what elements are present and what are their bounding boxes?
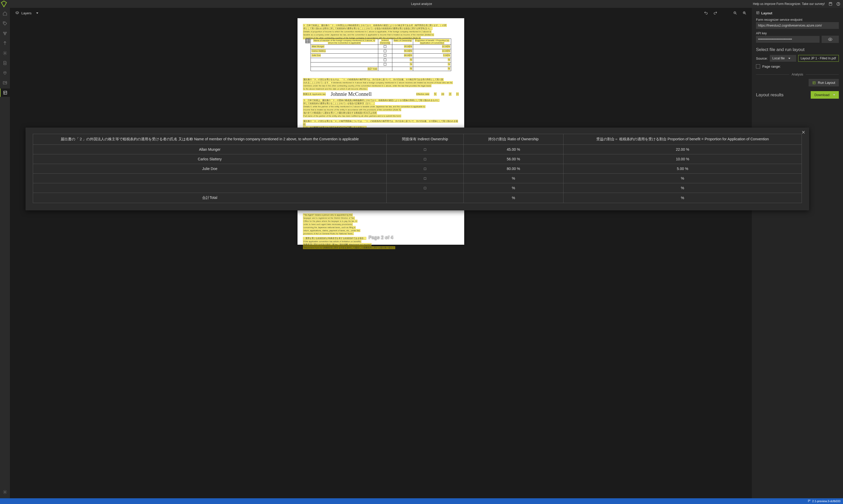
svg-point-3 [838, 5, 838, 5]
signature-text: Johnnie McConnell [331, 91, 371, 97]
apikey-label: API key [756, 32, 839, 35]
endpoint-input[interactable] [756, 22, 839, 29]
th-benefit: 受益の割合＝ 租税条約の適用を受ける割合 Proportion of benef… [563, 134, 802, 145]
nav-prebuilt-icon[interactable] [0, 78, 10, 87]
redo-icon[interactable] [713, 11, 717, 15]
canvas-area: Layers 3 日本で租税上、届出書の「２」の外国法人が例租税面者とされており… [10, 8, 752, 498]
table-detected-icon[interactable] [305, 38, 310, 43]
svg-point-4 [4, 22, 4, 23]
table-row: Carlos Slattery□56.00 %10.00 % [33, 154, 802, 164]
nav-compose-icon[interactable] [0, 39, 10, 48]
layers-icon [15, 11, 19, 15]
left-nav [0, 8, 10, 498]
th-name: 届出書の「２」の外国法人の株主等で租税条約の適用を受ける者の氏名 又は名称 Na… [33, 134, 387, 145]
svg-rect-11 [4, 91, 7, 94]
app-title: Layout analyze [411, 2, 432, 6]
svg-point-10 [5, 82, 6, 83]
help-icon[interactable] [836, 2, 840, 6]
result-table: 届出書の「２」の外国法人の株主等で租税条約の適用を受ける者の氏名 又は名称 Na… [33, 134, 802, 203]
svg-point-18 [808, 500, 809, 500]
nav-home-icon[interactable] [0, 10, 10, 18]
modal-close-icon[interactable] [801, 130, 806, 136]
version-text: 2.1-preview.3-dcfb033 [812, 500, 840, 503]
table-row: □%% [33, 183, 802, 193]
nav-new-doc-icon[interactable] [0, 59, 10, 67]
mini-th-name: Name of member of the foreign company me… [314, 39, 375, 44]
nav-analyze-icon[interactable] [0, 49, 10, 57]
layout-results-title: Layout results [756, 92, 784, 97]
zoom-in-icon[interactable] [742, 11, 747, 15]
apikey-reveal-button[interactable] [822, 36, 839, 43]
nav-layout-icon[interactable] [0, 89, 10, 97]
svg-point-8 [4, 53, 6, 54]
page-number-overlay: Page 2 of 4 [368, 235, 393, 240]
nav-connect-icon[interactable] [0, 69, 10, 77]
table-row: Allan Munger□45.00 %22.00 % [33, 144, 802, 154]
survey-link[interactable]: Help us improve Form Recognizer. Take ou… [753, 2, 825, 6]
run-layout-button[interactable]: Run Layout [809, 79, 839, 86]
svg-point-12 [4, 491, 6, 493]
apikey-input[interactable] [756, 36, 820, 43]
layers-label[interactable]: Layers [21, 11, 32, 15]
table-result-modal: 届出書の「２」の外国法人の株主等で租税条約の適用を受ける者の氏名 又は名称 Na… [25, 128, 809, 210]
nav-model-icon[interactable] [0, 29, 10, 37]
svg-rect-17 [813, 82, 815, 84]
workspace: Layers 3 日本で租税上、届出書の「２」の外国法人が例租税面者とされており… [10, 8, 843, 498]
nav-tag-icon[interactable] [0, 19, 10, 28]
mini-th-indirect: Indirect Ownership [380, 39, 390, 44]
settings-gear-icon[interactable] [0, 488, 10, 496]
layers-chevron-down-icon[interactable] [35, 13, 38, 14]
svg-point-19 [808, 501, 809, 502]
title-bar: Layout analyze Help us improve Form Reco… [0, 0, 843, 8]
svg-point-16 [830, 39, 831, 40]
source-label: Source: [756, 56, 768, 60]
source-select[interactable]: Local file [770, 55, 796, 62]
undo-icon[interactable] [704, 11, 708, 15]
download-button[interactable]: Download [811, 91, 839, 99]
svg-point-7 [4, 34, 6, 35]
status-bar: 2.1-preview.3-dcfb033 [0, 498, 843, 504]
svg-rect-15 [756, 12, 759, 14]
layout-heading: Layout [761, 11, 772, 15]
app-logo-icon [0, 0, 8, 8]
svg-rect-1 [830, 3, 831, 3]
th-ratio: 持分の割合 Ratio of Ownership [463, 134, 563, 145]
feedback-icon[interactable] [828, 2, 832, 6]
canvas-toolbar: Layers [10, 8, 752, 18]
page-range-checkbox[interactable] [756, 64, 760, 69]
file-name-field[interactable]: Layout JP 1 - Filled In.pdf [798, 55, 839, 62]
branch-icon [808, 499, 811, 503]
mini-data-table: Name of member of the foreign company me… [311, 38, 451, 71]
zoom-out-icon[interactable] [733, 11, 737, 15]
endpoint-label: Form recognizer service endpoint [756, 18, 839, 22]
canvas-viewport[interactable]: 3 日本で租税上、届出書の「２」の外国法人が例租税面者とされており、租税条約の規… [10, 18, 752, 498]
page-range-label: Page range: [762, 65, 781, 69]
th-indirect: 間接保有 Indirect Ownership [387, 134, 463, 145]
table-row: Julie Doe□80.00 %5.00 % [33, 164, 802, 174]
select-file-title: Select file and run layout [756, 47, 839, 52]
right-panel: Layout Form recognizer service endpoint … [752, 8, 843, 498]
table-row: 合計Total%% [33, 193, 802, 203]
analysis-divider-label: Analysis [792, 73, 803, 76]
mini-th-ratio: Ratio of Ownership [394, 39, 411, 42]
mini-th-benefit: Proportion of benefit = Proportion for A… [415, 39, 449, 44]
layout-panel-icon [756, 11, 760, 15]
table-row: □%% [33, 174, 802, 183]
